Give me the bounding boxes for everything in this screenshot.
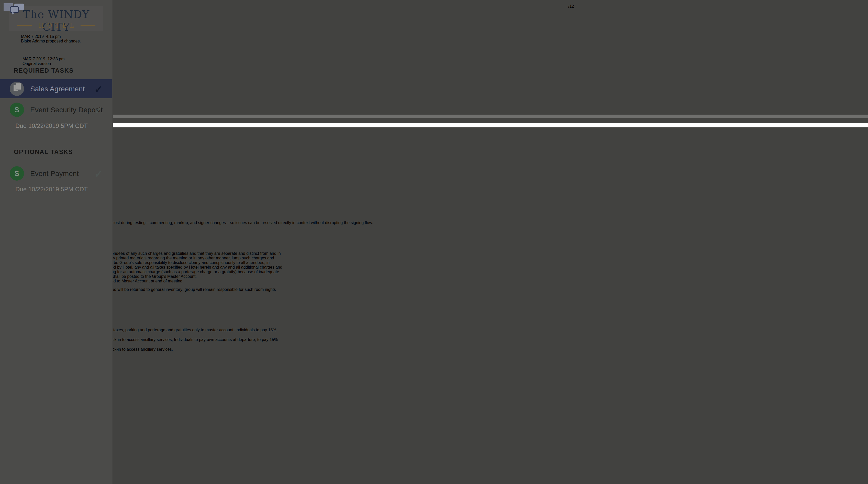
sidebar-item-event-payment[interactable]: Event Payment bbox=[0, 164, 112, 183]
optional-tasks-header: OPTIONAL TASKS bbox=[14, 148, 73, 155]
version-entry-heading: MAR 7 2019 4:15 pm Blake Adams proposed … bbox=[21, 34, 81, 43]
required-tasks-header: REQUIRED TASKS bbox=[14, 67, 74, 74]
doc-label: ADDRESS: bbox=[0, 212, 868, 217]
dimmed-background: The WINDY CITY HOTEL REQUIRED TASKS Sale… bbox=[0, 0, 868, 484]
check-icon bbox=[94, 168, 103, 180]
message-the-sender-button[interactable]: MESSAGE THE SENDER bbox=[0, 462, 868, 471]
version-history-title: VERSION HISTORY bbox=[0, 417, 868, 422]
doc-label: E-MAIL: bbox=[0, 217, 868, 221]
parking-header: PARKING, PORTERAGE AND GRATUITIES bbox=[0, 247, 868, 251]
document-gutter: SALES AGREEMENT January 14, 2017 GROUP N… bbox=[0, 189, 868, 354]
markup-toolbar-dim: S 120% bbox=[0, 115, 868, 189]
doc-arrival: Arrival: August 1st bbox=[0, 226, 868, 232]
redo-arrow-icon bbox=[0, 57, 868, 70]
doc-departure: Departure: August 8th bbox=[0, 232, 868, 237]
download-pdf-button[interactable]: Download PDF bbox=[0, 75, 868, 94]
chat-bubbles-icon bbox=[9, 4, 25, 16]
document-tab[interactable] bbox=[0, 386, 868, 401]
document-title: SALES AGREEMENT bbox=[0, 189, 868, 194]
last-saved-status: last saved 09:01 am bbox=[0, 453, 868, 457]
change-signer-button[interactable]: Change Signer bbox=[0, 21, 868, 38]
shuffle-icon bbox=[0, 21, 868, 33]
document-page: SALES AGREEMENT January 14, 2017 GROUP N… bbox=[0, 189, 868, 354]
dollar-icon bbox=[10, 102, 24, 117]
doc-label: GROUP NAME: bbox=[0, 198, 868, 203]
pencil-square-icon bbox=[0, 94, 868, 110]
logo-rule-left bbox=[17, 25, 32, 26]
changes-link[interactable]: changes. bbox=[64, 39, 81, 43]
due-date-required: Due 10/22/2019 5PM CDT bbox=[16, 122, 88, 129]
document-pages-icon bbox=[10, 82, 24, 96]
decline-to-sign-button[interactable]: Decline to Sign bbox=[0, 38, 868, 57]
main-area: Markup Change Signer Decline to Sign bbox=[0, 0, 868, 354]
doc-date: January 14, 2017 bbox=[0, 194, 868, 198]
check-icon bbox=[94, 104, 103, 116]
version-entry-heading: MAR 7 2019 12:33 pm Original version bbox=[23, 57, 65, 66]
page-total: /12 bbox=[568, 4, 574, 9]
toolbar-notch bbox=[0, 115, 868, 118]
dollar-icon bbox=[10, 166, 24, 181]
doc-label: TITLE: bbox=[0, 208, 868, 212]
check-icon bbox=[94, 83, 103, 95]
doc-total-rooms: Total Rooms Per Night: 50 bbox=[0, 237, 868, 242]
doc-label: PHONE: bbox=[0, 221, 868, 226]
doc-room-rate: Room Rate: $379+ per night bbox=[0, 242, 868, 247]
version-entry[interactable]: MAR 7 2019 12:33 pm Original version bbox=[0, 437, 868, 453]
version-history-panel: VERSION HISTORY MAR 7 2019 4:15 pm Blake… bbox=[0, 354, 868, 462]
app-root: The WINDY CITY HOTEL REQUIRED TASKS Sale… bbox=[0, 0, 868, 484]
document-bookmark-tab[interactable] bbox=[0, 401, 868, 417]
task-sidebar: The WINDY CITY HOTEL REQUIRED TASKS Sale… bbox=[0, 0, 113, 484]
logo-line2: HOTEL bbox=[9, 22, 103, 29]
due-date-optional: Due 10/22/2019 5PM CDT bbox=[16, 186, 88, 193]
version-entry[interactable]: MAR 7 2019 4:15 pm Blake Adams proposed … bbox=[0, 422, 868, 437]
logo-rule-right bbox=[81, 25, 95, 26]
versions-tab-active[interactable] bbox=[0, 354, 868, 370]
sidebar-item-event-security-deposit[interactable]: Event Security Deposit bbox=[0, 100, 112, 119]
download-icon bbox=[0, 75, 868, 90]
message-sender-label: MESSAGE THE SENDER bbox=[0, 462, 868, 471]
exit-button[interactable]: EXIT bbox=[0, 457, 868, 462]
action-toolbar-dim: Markup Change Signer Decline to Sign bbox=[0, 0, 868, 115]
no-entry-icon bbox=[0, 38, 868, 52]
document-search-tab[interactable] bbox=[0, 370, 868, 386]
sign-later-button[interactable]: Sign Later bbox=[0, 57, 868, 75]
document-edit-icon bbox=[0, 437, 868, 453]
initials-label: Initials bbox=[0, 304, 868, 309]
doc-label: CONTACT: bbox=[0, 203, 868, 208]
markup-button[interactable]: Markup bbox=[0, 0, 868, 21]
markup-pen-icon bbox=[0, 0, 868, 16]
sidebar-item-sales-agreement[interactable]: Sales Agreement bbox=[0, 79, 112, 98]
right-icon-strip bbox=[0, 354, 868, 417]
print-sign-upload-button[interactable]: Print, Sign & Upload bbox=[0, 94, 868, 115]
document-edit-icon bbox=[0, 422, 868, 437]
